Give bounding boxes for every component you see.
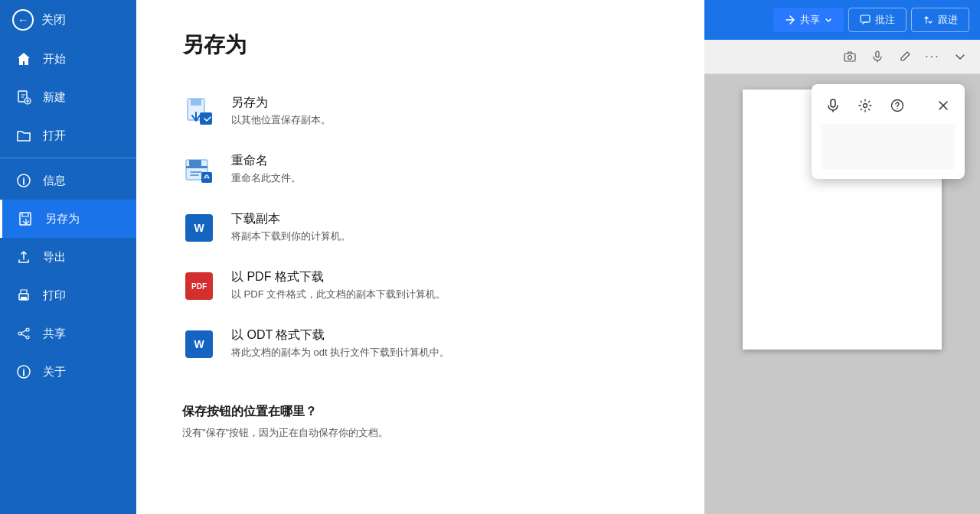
assistant-body: [821, 124, 956, 170]
back-arrow-icon: ←: [12, 9, 34, 31]
comment-button[interactable]: 批注: [848, 8, 906, 32]
download-option-title: 下载副本: [231, 211, 351, 227]
assistant-toolbar: [821, 93, 956, 118]
odt-option-desc: 将此文档的副本为 odt 执行文件下载到计算机中。: [231, 346, 449, 359]
svg-point-22: [864, 104, 867, 108]
rename-option-desc: 重命名此文件。: [231, 171, 301, 185]
pdf-option-desc: 以 PDF 文件格式，此文档的副本下载到计算机。: [231, 288, 446, 301]
doc-toolbar: ···: [704, 40, 980, 74]
sidebar-divider: [0, 158, 136, 158]
open-icon: [15, 127, 32, 144]
sidebar-item-info[interactable]: 信息: [0, 161, 136, 200]
options-list: 另存为 以其他位置保存副本。 重命名 重命名此文件。: [182, 83, 658, 373]
back-label: 关闭: [41, 12, 66, 28]
sidebar-item-new[interactable]: 新建: [0, 78, 136, 116]
pen-toolbar-btn[interactable]: [893, 44, 917, 69]
download-option-icon: W: [182, 211, 216, 245]
share-icon: [15, 325, 32, 342]
info-icon: [15, 172, 32, 189]
sidebar-item-open[interactable]: 打开: [0, 116, 136, 155]
svg-rect-14: [189, 160, 201, 166]
svg-point-7: [18, 332, 21, 335]
option-rename[interactable]: 重命名 重命名此文件。: [182, 141, 658, 199]
collapse-toolbar-btn[interactable]: [948, 44, 972, 69]
sidebar-label-saveas: 另存为: [45, 212, 80, 226]
page-title: 另存为: [182, 31, 658, 60]
sidebar-label-export: 导出: [43, 250, 66, 265]
odt-option-text: 以 ODT 格式下载 将此文档的副本为 odt 执行文件下载到计算机中。: [231, 327, 449, 359]
sidebar-item-saveas[interactable]: 另存为: [0, 200, 136, 238]
sidebar-item-home[interactable]: 开始: [0, 40, 136, 78]
save-question-title: 保存按钮的位置在哪里？: [182, 404, 658, 420]
main-content: 另存为 另存为 以其他位置保存副本。: [136, 0, 704, 514]
saveas-option-text: 另存为 以其他位置保存副本。: [231, 95, 331, 127]
share-button[interactable]: 共享: [773, 8, 844, 32]
save-question-section: 保存按钮的位置在哪里？ 没有"保存"按钮，因为正在自动保存你的文档。: [182, 404, 658, 440]
download-option-desc: 将副本下载到你的计算机。: [231, 229, 351, 243]
odt-option-icon: W: [182, 327, 216, 361]
camera-toolbar-btn[interactable]: [838, 44, 862, 69]
history-button-label: 跟进: [938, 13, 958, 27]
odt-option-title: 以 ODT 格式下载: [231, 327, 449, 343]
sidebar-label-info: 信息: [43, 174, 66, 188]
svg-rect-15: [186, 166, 207, 168]
right-panel: 共享 批注 跟进: [704, 0, 980, 514]
svg-rect-21: [831, 99, 835, 107]
svg-point-24: [897, 108, 897, 109]
sidebar: ← 关闭 开始 新建: [0, 0, 136, 514]
option-download[interactable]: W 下载副本 将副本下载到你的计算机。: [182, 199, 658, 257]
assistant-mic-button[interactable]: [821, 93, 845, 118]
home-icon: [15, 50, 32, 67]
svg-point-19: [848, 56, 852, 60]
rename-option-title: 重命名: [231, 153, 301, 169]
assistant-help-button[interactable]: [885, 93, 910, 118]
sidebar-item-share[interactable]: 共享: [0, 314, 136, 353]
svg-rect-12: [200, 112, 212, 125]
assistant-icons: [821, 93, 910, 118]
more-toolbar-btn[interactable]: ···: [920, 44, 945, 69]
pdf-option-icon: PDF: [182, 269, 216, 303]
comment-button-label: 批注: [875, 13, 895, 27]
option-odt[interactable]: W 以 ODT 格式下载 将此文档的副本为 odt 执行文件下载到计算机中。: [182, 315, 658, 373]
option-pdf[interactable]: PDF 以 PDF 格式下载 以 PDF 文件格式，此文档的副本下载到计算机。: [182, 257, 658, 315]
assistant-panel: [812, 84, 965, 179]
sidebar-label-share: 共享: [43, 327, 66, 341]
sidebar-label-about: 关于: [43, 365, 66, 379]
svg-rect-20: [876, 51, 879, 57]
new-icon: [15, 89, 32, 106]
sidebar-nav: 开始 新建 打开: [0, 40, 136, 514]
mic-toolbar-btn[interactable]: [865, 44, 890, 69]
svg-rect-17: [861, 15, 870, 22]
saveas-option-title: 另存为: [231, 95, 331, 111]
back-button[interactable]: ← 关闭: [0, 0, 136, 40]
sidebar-item-about[interactable]: 关于: [0, 353, 136, 391]
about-icon: [15, 363, 32, 380]
svg-rect-5: [21, 297, 27, 300]
share-button-label: 共享: [800, 13, 820, 27]
svg-rect-18: [844, 54, 855, 61]
rename-option-icon: [182, 153, 216, 187]
saveas-option-icon: [182, 95, 216, 128]
svg-rect-11: [191, 99, 201, 106]
print-icon: [15, 287, 32, 304]
assistant-settings-button[interactable]: [853, 93, 877, 118]
pdf-option-title: 以 PDF 格式下载: [231, 269, 446, 285]
svg-point-6: [26, 328, 29, 331]
export-icon: [15, 249, 32, 265]
option-saveas[interactable]: 另存为 以其他位置保存副本。: [182, 83, 658, 141]
save-question-desc: 没有"保存"按钮，因为正在自动保存你的文档。: [182, 426, 658, 440]
sidebar-label-open: 打开: [43, 128, 66, 143]
history-button[interactable]: 跟进: [911, 8, 969, 32]
pdf-option-text: 以 PDF 格式下载 以 PDF 文件格式，此文档的副本下载到计算机。: [231, 269, 446, 301]
sidebar-label-home: 开始: [43, 52, 66, 67]
saveas-option-desc: 以其他位置保存副本。: [231, 113, 331, 127]
sidebar-label-print: 打印: [43, 288, 66, 303]
assistant-close-button[interactable]: [931, 93, 956, 118]
saveas-icon: [18, 210, 34, 227]
sidebar-label-new: 新建: [43, 90, 66, 105]
sidebar-item-print[interactable]: 打印: [0, 276, 136, 314]
rename-option-text: 重命名 重命名此文件。: [231, 153, 301, 185]
sidebar-item-export[interactable]: 导出: [0, 238, 136, 276]
svg-point-8: [26, 336, 29, 339]
right-toolbar: 共享 批注 跟进: [704, 0, 980, 40]
